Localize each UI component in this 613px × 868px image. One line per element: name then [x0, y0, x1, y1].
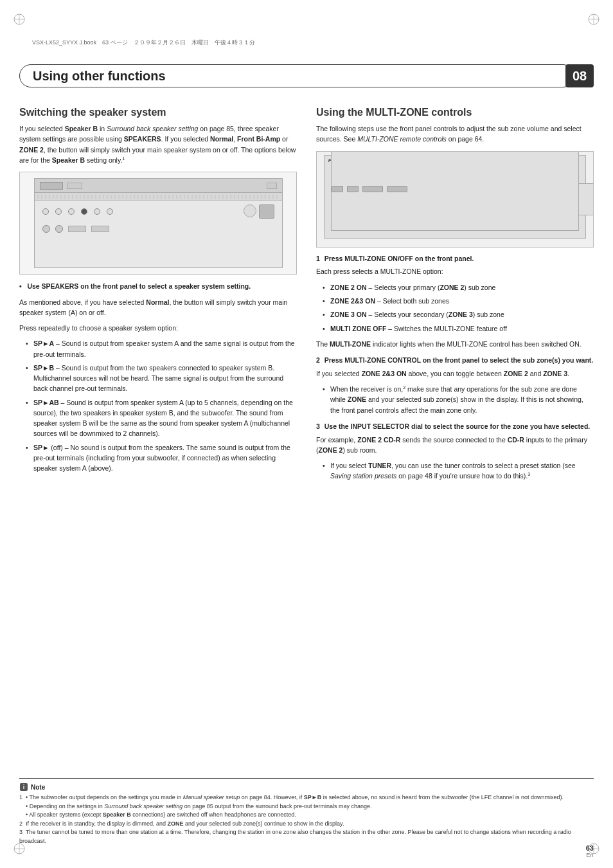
step2-bullets: When the receiver is on,2 make sure that… — [323, 384, 594, 415]
svg-text:i: i — [23, 784, 25, 790]
step1-heading: 1 Press MULTI-ZONE ON/OFF on the front p… — [316, 254, 594, 264]
step1-options-list: ZONE 2 ON – Selects your primary (ZONE 2… — [323, 282, 594, 334]
step3-bullet1: If you select TUNER, you can use the tun… — [323, 460, 594, 482]
avr-b-btn4 — [387, 186, 407, 192]
right-intro: The following steps use the front panel … — [316, 123, 594, 145]
print-info: VSX-LX52_SYYX J.book 63 ページ ２０９年２月２６日 木曜… — [32, 39, 255, 47]
avr-knob-small — [244, 204, 256, 217]
avr-right-unit: Pioneer — [324, 155, 587, 239]
note-text: 1 • The subwoofer output depends on the … — [19, 793, 594, 845]
avr-dot-row — [35, 201, 282, 222]
note-icon: i — [19, 782, 28, 791]
note-section: i Note 1 • The subwoofer output depends … — [19, 778, 594, 845]
note-label: Note — [31, 784, 45, 791]
page-lang: En — [586, 852, 593, 858]
step3-label: Use the INPUT SELECTOR dial to select th… — [324, 422, 591, 430]
right-section-title: Using the MULTI-ZONE controls — [316, 106, 594, 118]
zone3-on: ZONE 3 ON – Selects your secondary (ZONE… — [323, 309, 594, 320]
step3-heading: 3 Use the INPUT SELECTOR dial to select … — [316, 422, 594, 432]
left-column: Switching the speaker system If you sele… — [19, 106, 297, 487]
device-image-right: Pioneer — [316, 151, 594, 248]
header-bar: Using other functions — [19, 64, 574, 87]
dot6 — [107, 208, 113, 215]
right-column: Using the MULTI-ZONE controls The follow… — [316, 106, 594, 487]
avr-btn-r — [259, 204, 274, 219]
speaker-option-a: SP►A – Sound is output from speaker syst… — [26, 338, 297, 359]
press-text: Press repeatedly to choose a speaker sys… — [19, 323, 297, 333]
avr-circle2 — [55, 225, 63, 233]
avr-b-btn2 — [347, 186, 359, 192]
step1-footer: The MULTI-ZONE indicator lights when the… — [316, 339, 594, 349]
step2-number: 2 — [316, 356, 320, 364]
avr-display — [40, 182, 63, 190]
avr-top-btn — [67, 183, 82, 189]
chapter-badge: 08 — [565, 64, 594, 87]
avr-sm-btn1 — [68, 226, 86, 232]
note-title: i Note — [19, 782, 594, 791]
step3-bullets: If you select TUNER, you can use the tun… — [323, 460, 594, 482]
avr-bottom-area — [35, 222, 282, 235]
speaker-option-off: SP► (off) – No sound is output from the … — [26, 442, 297, 474]
page-number: 63 — [586, 844, 594, 852]
step1-body: Each press selects a MULTI-ZONE option: — [316, 266, 594, 276]
step3-number: 3 — [316, 422, 320, 430]
speaker-options-list: SP►A – Sound is output from speaker syst… — [26, 338, 297, 473]
dot4 — [81, 208, 87, 215]
dot3 — [68, 208, 75, 215]
corner-mark-tl — [13, 13, 26, 26]
step2-bullet1: When the receiver is on,2 make sure that… — [323, 384, 594, 415]
multi-zone-off: MULTI ZONE OFF – Switches the MULTI-ZONE… — [323, 323, 594, 334]
left-sub-body: As mentioned above, if you have selected… — [19, 297, 297, 318]
speaker-option-b: SP►B – Sound is output from the two spea… — [26, 363, 297, 394]
dot2 — [55, 208, 62, 215]
step1-label: Press MULTI-ZONE ON/OFF on the front pan… — [324, 255, 474, 262]
avr-mid-strip — [35, 193, 282, 201]
step2-label: Press MULTI-ZONE CONTROL on the front pa… — [324, 356, 593, 364]
chapter-title: Using other functions — [33, 69, 166, 84]
dot5 — [94, 208, 100, 215]
step2-heading: 2 Press MULTI-ZONE CONTROL on the front … — [316, 356, 594, 366]
left-intro: If you selected Speaker B in Surround ba… — [19, 123, 297, 165]
main-content: Switching the speaker system If you sele… — [19, 100, 594, 817]
speaker-option-ab: SP►AB – Sound is output from speaker sys… — [26, 397, 297, 439]
dot1 — [42, 208, 49, 215]
avr-b-btn3 — [362, 186, 383, 192]
page-footer: 63 En — [19, 844, 594, 858]
step2-body: If you selected ZONE 2&3 ON above, you c… — [316, 368, 594, 379]
avr-small-btn — [267, 183, 277, 189]
avr-b-btn1 — [332, 186, 343, 192]
device-image-left — [19, 172, 297, 275]
left-sub-heading-text: • Use SPEAKERS on the front panel to sel… — [19, 281, 297, 291]
left-section-title: Switching the speaker system — [19, 106, 297, 118]
avr-bottom-row — [331, 151, 579, 231]
zone2-on: ZONE 2 ON – Selects your primary (ZONE 2… — [323, 282, 594, 293]
avr-sm-btn2 — [91, 226, 109, 232]
zone23-on: ZONE 2&3 ON – Select both sub zones — [323, 296, 594, 306]
avr-circle1 — [42, 225, 50, 233]
corner-mark-tr — [587, 13, 600, 26]
step1-number: 1 — [316, 255, 320, 262]
step3-body: For example, ZONE 2 CD-R sends the sourc… — [316, 435, 594, 456]
